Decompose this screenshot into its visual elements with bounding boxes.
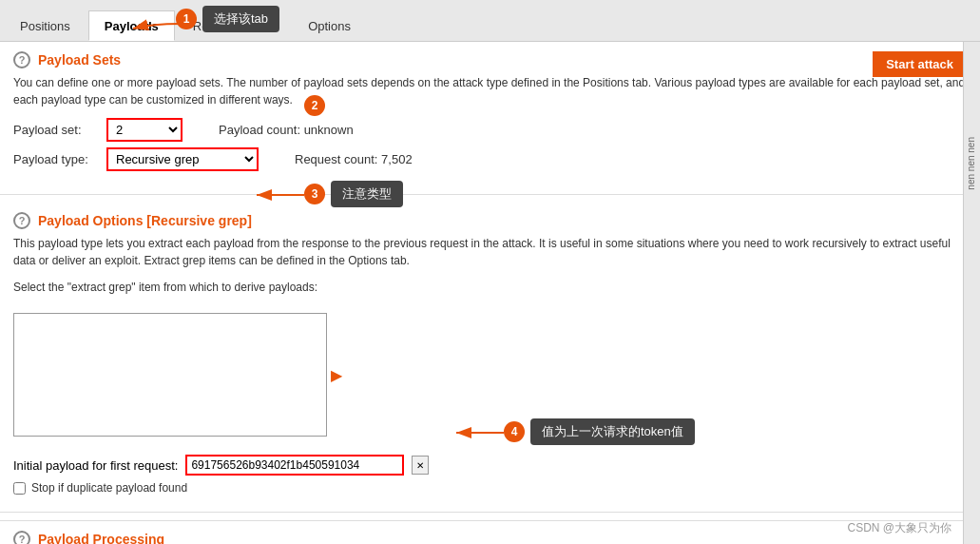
right-panel-text: nen nen nen xyxy=(966,137,976,190)
payload-options-description: This payload type lets you extract each … xyxy=(13,235,967,269)
main-content: Start attack ? Payload Sets You can defi… xyxy=(0,42,980,544)
payload-type-select[interactable]: Recursive grep xyxy=(106,147,259,171)
payload-sets-section: ? Payload Sets You can define one or mor… xyxy=(0,42,980,186)
payload-set-select[interactable]: 1 2 xyxy=(106,118,183,142)
payload-sets-title: Payload Sets xyxy=(38,52,121,68)
start-attack-button[interactable]: Start attack xyxy=(873,51,967,77)
tab-resource-pool[interactable]: Resource Pool xyxy=(177,10,290,41)
payload-type-label: Payload type: xyxy=(13,152,99,166)
payload-processing-help-icon[interactable]: ? xyxy=(13,531,30,544)
list-box-container: ▶ xyxy=(13,305,327,444)
payload-processing-section: ? Payload Processing xyxy=(0,520,980,544)
tab-payloads[interactable]: Payloads xyxy=(88,10,175,41)
payload-type-row: Payload type: Recursive grep Request cou… xyxy=(13,147,967,171)
payload-options-help-icon[interactable]: ? xyxy=(13,212,30,229)
tab-bar: Positions Payloads Resource Pool Options xyxy=(0,0,980,42)
payload-options-header: ? Payload Options [Recursive grep] xyxy=(13,212,967,229)
payload-set-row: Payload set: 1 2 Payload count: unknown xyxy=(13,118,967,142)
stop-duplicate-checkbox[interactable] xyxy=(13,482,26,495)
initial-payload-clear-button[interactable]: ✕ xyxy=(412,456,429,475)
payload-count-label: Payload count: unknown xyxy=(219,123,354,137)
select-grep-label: Select the "extract grep" item from whic… xyxy=(13,279,967,296)
payload-set-label: Payload set: xyxy=(13,123,99,137)
payload-options-title: Payload Options [Recursive grep] xyxy=(38,213,252,228)
payload-sets-description: You can define one or more payload sets.… xyxy=(13,74,967,108)
initial-payload-input[interactable] xyxy=(185,455,404,476)
payload-options-section: ? Payload Options [Recursive grep] This … xyxy=(0,203,980,504)
request-count-label: Request count: 7,502 xyxy=(295,152,413,166)
right-panel-partial: nen nen nen xyxy=(963,42,980,544)
tab-positions[interactable]: Positions xyxy=(4,10,86,41)
list-arrow-icon: ▶ xyxy=(331,366,342,384)
watermark: CSDN @大象只为你 xyxy=(847,520,951,536)
payload-processing-title: Payload Processing xyxy=(38,532,164,544)
grep-item-list[interactable] xyxy=(13,313,327,437)
initial-payload-row: Initial payload for first request: ✕ xyxy=(13,455,967,476)
initial-payload-label: Initial payload for first request: xyxy=(13,458,178,473)
tab-options[interactable]: Options xyxy=(292,10,367,41)
payload-processing-header: ? Payload Processing xyxy=(13,531,967,544)
stop-duplicate-row: Stop if duplicate payload found xyxy=(13,481,967,495)
payload-sets-header: ? Payload Sets xyxy=(13,51,967,68)
stop-duplicate-label: Stop if duplicate payload found xyxy=(31,481,187,495)
payload-sets-help-icon[interactable]: ? xyxy=(13,51,30,68)
